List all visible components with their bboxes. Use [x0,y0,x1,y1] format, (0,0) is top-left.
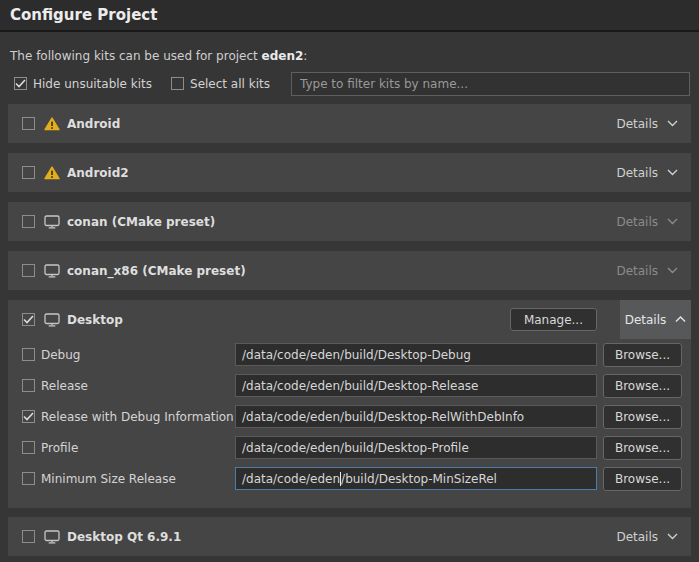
dialog-title-bar: Configure Project [0,0,699,32]
path-text-after-caret: /build/Desktop-MinSizeRel [341,472,497,486]
details-label: Details [625,313,667,327]
build-dir-input[interactable] [235,343,597,366]
intro-suffix: : [303,49,307,63]
chevron-down-icon [667,267,678,274]
details-toggle[interactable]: Details [613,166,681,180]
chevron-down-icon [667,218,678,225]
chevron-down-icon [667,120,678,127]
chevron-up-icon [675,316,686,323]
kit-checkbox[interactable] [22,264,35,277]
desktop-icon [44,215,60,229]
kit-name: Android2 [67,166,129,180]
kit-checkbox[interactable] [22,215,35,228]
details-label: Details [616,166,658,180]
config-label: Minimum Size Release [41,472,235,486]
details-toggle[interactable]: Details [613,530,681,544]
page-title: Configure Project [10,6,157,24]
config-label: Release [41,379,235,393]
config-label: Debug [41,348,235,362]
config-checkbox-checked[interactable] [22,410,35,423]
project-name: eden2 [262,49,304,63]
check-icon [15,79,26,88]
kit-checkbox[interactable] [22,117,35,130]
desktop-icon [44,264,60,278]
build-dir-input[interactable] [235,405,597,428]
checkbox-checked-icon[interactable] [14,77,27,90]
build-config-row-debug: Debug Browse... [8,339,691,370]
kit-filter-bar: Hide unsuitable kits Select all kits [14,71,690,96]
build-config-row-relwithdebinfo: Release with Debug Information Browse... [8,401,691,432]
kit-row-desktop-qt: Desktop Qt 6.9.1 Details [8,517,691,556]
select-all-kits-checkbox[interactable]: Select all kits [171,77,270,91]
build-dir-input[interactable] [235,436,597,459]
details-label: Details [616,117,658,131]
chevron-down-icon [667,533,678,540]
kit-name: Desktop [67,313,123,327]
hide-unsuitable-kits-checkbox[interactable]: Hide unsuitable kits [14,77,152,91]
details-toggle-expanded[interactable]: Details [620,300,691,339]
build-config-row-minsizerel: Minimum Size Release /data/code/eden /bu… [8,463,691,494]
kit-section-desktop: Desktop Manage... Details Debug Browse..… [8,300,691,508]
details-label: Details [616,530,658,544]
hide-unsuitable-kits-label: Hide unsuitable kits [33,77,152,91]
browse-button[interactable]: Browse... [603,405,682,429]
kit-checkbox-checked[interactable] [22,313,35,326]
kit-row-android2: Android2 Details [8,153,691,192]
kit-row-conan-x86: conan_x86 (CMake preset) Details [8,251,691,290]
config-checkbox[interactable] [22,441,35,454]
browse-button[interactable]: Browse... [603,343,682,367]
checkbox-unchecked-icon[interactable] [171,77,184,90]
config-checkbox[interactable] [22,472,35,485]
browse-button[interactable]: Browse... [603,467,682,491]
desktop-icon [44,530,60,544]
details-label: Details [616,215,658,229]
intro-prefix: The following kits can be used for proje… [10,49,262,63]
config-checkbox[interactable] [22,379,35,392]
filter-kits-input[interactable] [291,72,690,96]
intro-text: The following kits can be used for proje… [10,49,307,63]
build-dir-input[interactable] [235,374,597,397]
browse-button[interactable]: Browse... [603,374,682,398]
config-label: Release with Debug Information [41,410,235,424]
kit-row-android: Android Details [8,104,691,143]
browse-button[interactable]: Browse... [603,436,682,460]
build-dir-input-focused[interactable]: /data/code/eden /build/Desktop-MinSizeRe… [235,467,597,490]
config-checkbox[interactable] [22,348,35,361]
build-config-row-release: Release Browse... [8,370,691,401]
check-icon [23,412,34,421]
details-toggle-disabled: Details [613,264,681,278]
kit-name: Desktop Qt 6.9.1 [67,530,181,544]
kit-row-desktop: Desktop Manage... Details [8,300,691,339]
desktop-icon [44,313,60,327]
config-label: Profile [41,441,235,455]
warning-icon [44,117,60,131]
details-toggle-disabled: Details [613,215,681,229]
kit-name: conan_x86 (CMake preset) [67,264,246,278]
kit-name: conan (CMake preset) [67,215,215,229]
manage-kits-button[interactable]: Manage... [510,308,597,331]
select-all-kits-label: Select all kits [190,77,270,91]
path-text-before-caret: /data/code/eden [242,472,340,486]
build-config-row-profile: Profile Browse... [8,432,691,463]
warning-icon [44,166,60,180]
kit-checkbox[interactable] [22,166,35,179]
details-label: Details [616,264,658,278]
check-icon [23,315,34,324]
kit-checkbox[interactable] [22,530,35,543]
details-toggle[interactable]: Details [613,117,681,131]
kit-row-conan: conan (CMake preset) Details [8,202,691,241]
chevron-down-icon [667,169,678,176]
kit-name: Android [67,117,120,131]
